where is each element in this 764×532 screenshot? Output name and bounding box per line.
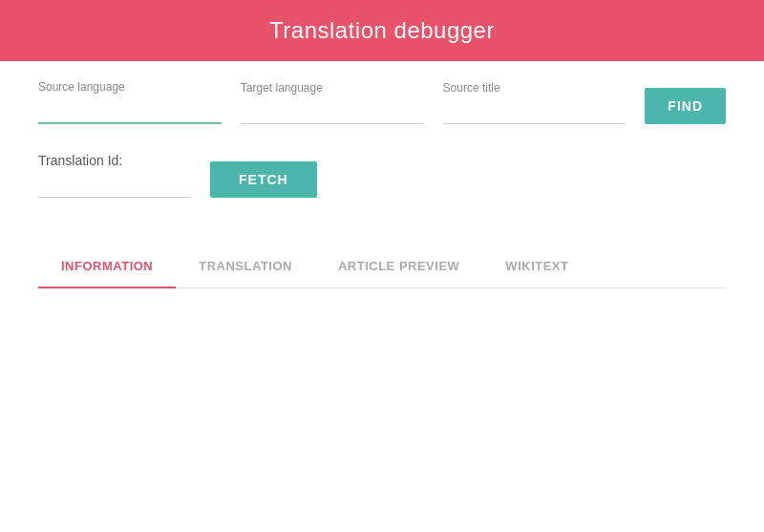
- source-language-label: Source language: [38, 80, 222, 94]
- target-language-label: Target language: [241, 81, 424, 95]
- target-language-input[interactable]: [241, 100, 424, 124]
- fetch-row: Translation Id: FETCH: [38, 153, 726, 198]
- tab-translation[interactable]: TRANSLATION: [176, 245, 315, 288]
- app-container: Translation debugger Source language Tar…: [0, 0, 764, 532]
- source-title-field: Source title: [443, 81, 626, 124]
- page-title: Translation debugger: [0, 17, 764, 44]
- search-row: Source language Target language Source t…: [38, 80, 726, 124]
- tab-wikitext[interactable]: WIKITEXT: [482, 245, 591, 288]
- source-language-field: Source language: [38, 80, 222, 124]
- main-content: Source language Target language Source t…: [0, 61, 764, 532]
- tab-information[interactable]: INFORMATION: [38, 245, 176, 288]
- tab-article-preview[interactable]: ARTICLE PREVIEW: [315, 245, 482, 288]
- target-language-field: Target language: [241, 81, 424, 124]
- translation-id-input[interactable]: [38, 174, 191, 198]
- source-title-input[interactable]: [443, 100, 626, 124]
- translation-id-label: Translation Id:: [38, 153, 191, 168]
- source-title-label: Source title: [443, 81, 626, 95]
- tab-content: [38, 288, 726, 513]
- header: Translation debugger: [0, 0, 764, 61]
- find-button[interactable]: FIND: [645, 88, 726, 124]
- translation-id-field: Translation Id:: [38, 153, 191, 198]
- tabs-row: INFORMATION TRANSLATION ARTICLE PREVIEW …: [38, 245, 726, 288]
- fetch-button[interactable]: FETCH: [210, 161, 317, 198]
- source-language-input[interactable]: [38, 99, 222, 124]
